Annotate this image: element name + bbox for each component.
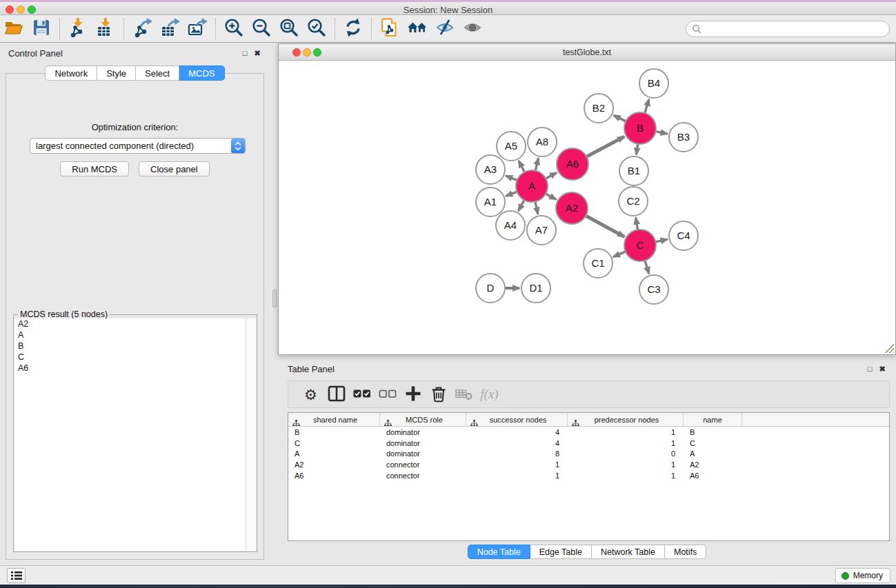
edge-A-A7[interactable] (535, 201, 538, 214)
node-D[interactable]: D (476, 274, 505, 303)
result-list-item[interactable]: A6 (14, 363, 246, 374)
column-header-mcds-role[interactable]: MCDS role (380, 413, 466, 426)
mcds-result-list[interactable]: A2ABCA6 (14, 318, 246, 551)
table-row[interactable]: A6connector11A6 (288, 470, 889, 481)
node-B1[interactable]: B1 (619, 156, 648, 185)
table-close-panel-icon[interactable]: ✖ (877, 363, 888, 374)
node-A3[interactable]: A3 (476, 155, 505, 184)
export-network-button[interactable] (128, 17, 156, 41)
result-list-item[interactable]: A (14, 330, 246, 341)
edge-A6-B[interactable] (586, 136, 624, 157)
table-row[interactable]: A2connector11A2 (288, 459, 889, 470)
hide-panels-button[interactable] (431, 17, 459, 41)
node-D1[interactable]: D1 (521, 274, 550, 303)
edge-C-C3[interactable] (645, 260, 649, 274)
float-panel-icon[interactable]: □ (239, 48, 250, 59)
result-list-item[interactable]: A2 (14, 318, 246, 330)
zoom-in-button[interactable] (220, 17, 248, 41)
edge-C-C1[interactable] (613, 252, 626, 257)
add-button[interactable] (400, 383, 426, 405)
tab-mcds[interactable]: MCDS (179, 65, 224, 81)
search-input[interactable] (704, 22, 889, 36)
edge-B-B3[interactable] (655, 131, 668, 134)
run-mcds-button[interactable]: Run MCDS (60, 161, 129, 176)
table-row[interactable]: Bdominator41B (288, 427, 889, 438)
edge-C-C2[interactable] (636, 218, 638, 231)
node-C2[interactable]: C2 (619, 187, 648, 216)
edge-A-A8[interactable] (535, 158, 539, 171)
node-B[interactable]: B (624, 112, 656, 144)
split-table-button[interactable] (323, 383, 349, 405)
delete-button[interactable] (426, 383, 451, 405)
edge-A-A2[interactable] (545, 194, 556, 200)
edge-A2-C[interactable] (585, 216, 624, 237)
close-panel-icon[interactable]: ✖ (252, 48, 263, 59)
memory-button[interactable]: Memory (835, 568, 890, 583)
network-canvas[interactable]: B4B2BB3A8A5A6A3B1AC2A1A2A4A7C4CC1C3DD1 (279, 61, 895, 354)
node-C4[interactable]: C4 (669, 221, 698, 250)
export-table-button[interactable] (156, 17, 183, 41)
open-folder-button[interactable] (0, 17, 28, 41)
column-header-successor-nodes[interactable]: successor nodes (466, 413, 568, 426)
tab-node-table[interactable]: Node Table (468, 545, 530, 559)
network-file-button[interactable] (376, 17, 404, 41)
edge-A-A5[interactable] (519, 161, 525, 172)
result-list-scrollbar[interactable] (246, 318, 256, 551)
node-A8[interactable]: A8 (528, 128, 557, 156)
home-button[interactable] (404, 17, 431, 41)
split-pane-divider[interactable] (272, 290, 277, 307)
search-box[interactable] (686, 21, 890, 37)
edge-C-C4[interactable] (655, 239, 668, 242)
node-A[interactable]: A (516, 170, 548, 202)
node-C1[interactable]: C1 (584, 249, 613, 278)
node-B2[interactable]: B2 (584, 94, 613, 123)
save-button[interactable] (28, 17, 55, 41)
node-C3[interactable]: C3 (639, 275, 668, 304)
network-window-titlebar[interactable]: testGlobe.txt (279, 44, 895, 61)
result-list-item[interactable]: C (14, 352, 246, 363)
close-panel-button[interactable]: Close panel (139, 161, 210, 176)
edge-A-A1[interactable] (506, 192, 517, 196)
column-header-shared-name[interactable]: shared name (288, 413, 380, 426)
tab-style[interactable]: Style (97, 65, 136, 81)
node-A2[interactable]: A2 (556, 192, 588, 224)
zoom-selected-button[interactable] (303, 17, 330, 41)
node-A5[interactable]: A5 (497, 132, 526, 161)
edge-B-B1[interactable] (636, 143, 637, 154)
deselect-all-button[interactable] (375, 383, 400, 405)
optimization-criterion-dropdown[interactable]: largest connected component (directed) (30, 138, 246, 154)
node-C[interactable]: C (624, 230, 656, 261)
select-all-button[interactable] (349, 383, 375, 405)
zoom-fit-button[interactable] (275, 17, 303, 41)
result-list-item[interactable]: B (14, 341, 246, 352)
refresh-button[interactable] (339, 17, 367, 41)
show-panels-button[interactable] (459, 17, 486, 41)
edge-A-A3[interactable] (506, 176, 517, 181)
gear-button[interactable]: ⚙ (298, 383, 323, 405)
tab-edge-table[interactable]: Edge Table (530, 545, 592, 559)
table-row[interactable]: Adominator80A (288, 448, 889, 459)
edge-B-B2[interactable] (614, 115, 627, 121)
node-B3[interactable]: B3 (669, 123, 698, 152)
tab-motifs[interactable]: Motifs (665, 545, 706, 559)
table-row[interactable]: Cdominator41C (288, 438, 889, 449)
node-B4[interactable]: B4 (639, 69, 668, 98)
edge-B-B4[interactable] (645, 99, 649, 114)
task-history-button[interactable] (7, 568, 26, 583)
tab-select[interactable]: Select (136, 65, 179, 81)
import-network-button[interactable] (64, 17, 92, 41)
column-header-predecessor-nodes[interactable]: predecessor nodes (568, 413, 684, 426)
edge-A-A6[interactable] (545, 172, 557, 179)
node-A4[interactable]: A4 (496, 211, 525, 240)
column-header-name[interactable]: name (684, 413, 742, 426)
import-table-button[interactable] (92, 17, 119, 41)
fx-button[interactable]: f(x) (477, 383, 502, 405)
edge-A-A4[interactable] (519, 199, 525, 211)
node-A6[interactable]: A6 (557, 148, 588, 180)
node-A1[interactable]: A1 (476, 187, 505, 216)
tab-network-table[interactable]: Network Table (592, 545, 665, 559)
table-float-panel-icon[interactable]: □ (864, 363, 875, 374)
node-A7[interactable]: A7 (527, 216, 556, 245)
tab-network[interactable]: Network (45, 65, 97, 81)
export-image-button[interactable] (183, 17, 211, 41)
